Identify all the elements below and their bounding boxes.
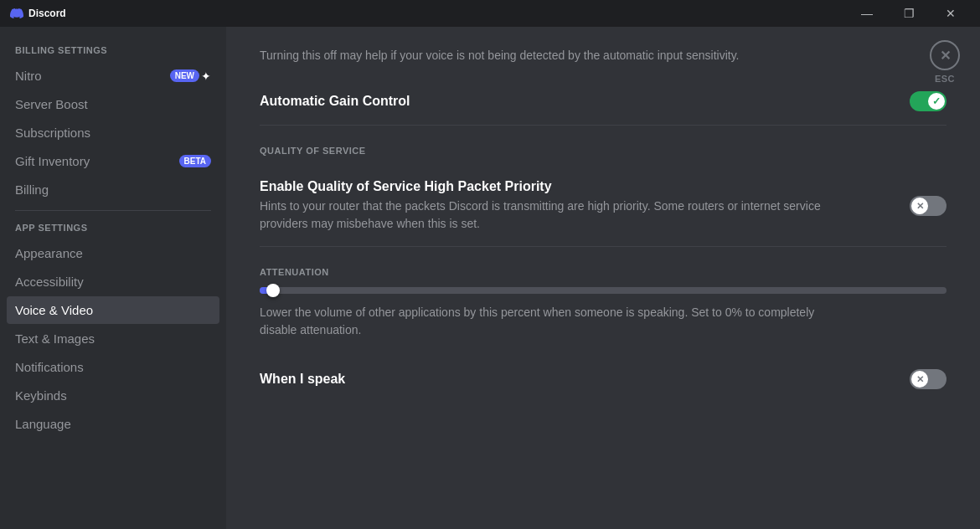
quality-of-service-section-label: QUALITY OF SERVICE — [260, 146, 946, 156]
gift-inventory-beta-badge: BETA — [179, 155, 211, 167]
sidebar-item-nitro[interactable]: Nitro NEW ✦ — [7, 62, 219, 90]
esc-circle-icon: ✕ — [930, 40, 960, 70]
title-bar: Discord — ❐ ✕ — [0, 0, 980, 27]
sidebar-item-language[interactable]: Language — [7, 410, 219, 438]
automatic-gain-control-info: Automatic Gain Control — [260, 94, 410, 109]
sidebar-item-notifications-label: Notifications — [15, 360, 211, 374]
esc-button[interactable]: ✕ ESC — [930, 40, 960, 84]
toggle-off-knob-qos — [911, 198, 928, 214]
main-content: BILLING SETTINGS Nitro NEW ✦ Server Boos… — [0, 27, 980, 529]
sidebar-item-voice-video-label: Voice & Video — [15, 303, 211, 317]
sidebar-item-keybinds[interactable]: Keybinds — [7, 382, 219, 409]
automatic-gain-control-label: Automatic Gain Control — [260, 94, 410, 109]
esc-label: ESC — [935, 74, 955, 84]
when-i-speak-info: When I speak — [260, 372, 345, 387]
quality-of-service-row: Enable Quality of Service High Packet Pr… — [260, 166, 946, 247]
sidebar-item-appearance[interactable]: Appearance — [7, 239, 219, 267]
discord-logo-icon — [10, 7, 23, 20]
close-button[interactable]: ✕ — [931, 0, 970, 27]
app-section-label: APP SETTINGS — [7, 218, 219, 238]
minimize-button[interactable]: — — [848, 0, 886, 27]
intro-text: Turning this off may help if your voice … — [260, 47, 946, 64]
sidebar-item-accessibility[interactable]: Accessibility — [7, 268, 219, 295]
sidebar-item-subscriptions-label: Subscriptions — [15, 126, 211, 140]
attenuation-slider-container — [260, 287, 946, 294]
title-bar-left: Discord — [10, 7, 66, 20]
sidebar-item-billing-label: Billing — [15, 182, 211, 197]
sidebar-item-text-images[interactable]: Text & Images — [7, 325, 219, 352]
sidebar-item-language-label: Language — [15, 417, 211, 431]
window-controls: — ❐ ✕ — [848, 0, 970, 27]
sidebar-divider-1 — [15, 210, 211, 211]
sidebar-item-text-images-label: Text & Images — [15, 331, 211, 346]
attenuation-section-label: ATTENUATION — [260, 267, 946, 277]
sidebar-item-voice-video[interactable]: Voice & Video — [7, 296, 219, 324]
when-i-speak-label: When I speak — [260, 372, 345, 387]
quality-of-service-description: Hints to your router that the packets Di… — [260, 198, 829, 233]
sidebar-item-notifications[interactable]: Notifications — [7, 353, 219, 381]
maximize-button[interactable]: ❐ — [890, 0, 928, 27]
when-i-speak-toggle[interactable] — [910, 369, 946, 389]
attenuation-slider-track[interactable] — [260, 287, 946, 294]
billing-section-label: BILLING SETTINGS — [7, 40, 219, 60]
nitro-badge-wrapper: NEW ✦ — [165, 69, 211, 83]
attenuation-description: Lower the volume of other applications b… — [260, 304, 829, 339]
sidebar-item-accessibility-label: Accessibility — [15, 275, 211, 289]
sidebar-item-keybinds-label: Keybinds — [15, 388, 211, 403]
sidebar-item-subscriptions[interactable]: Subscriptions — [7, 119, 219, 146]
sidebar: BILLING SETTINGS Nitro NEW ✦ Server Boos… — [0, 27, 226, 529]
nitro-new-badge: NEW — [170, 69, 199, 82]
sidebar-item-appearance-label: Appearance — [15, 246, 211, 260]
app-title: Discord — [28, 8, 66, 19]
settings-panel: ✕ ESC Turning this off may help if your … — [226, 27, 980, 529]
attenuation-slider-thumb[interactable] — [266, 284, 280, 297]
toggle-off-knob-speak — [911, 371, 928, 388]
esc-x-icon: ✕ — [940, 48, 951, 64]
sidebar-item-server-boost[interactable]: Server Boost — [7, 90, 219, 118]
sidebar-item-server-boost-label: Server Boost — [15, 97, 211, 111]
automatic-gain-control-toggle[interactable] — [910, 91, 946, 111]
sidebar-item-billing[interactable]: Billing — [7, 176, 219, 203]
sidebar-item-nitro-label: Nitro — [15, 69, 165, 83]
sidebar-item-gift-inventory[interactable]: Gift Inventory BETA — [7, 147, 219, 175]
quality-of-service-info: Enable Quality of Service High Packet Pr… — [260, 179, 829, 233]
quality-of-service-label: Enable Quality of Service High Packet Pr… — [260, 179, 829, 194]
toggle-on-knob — [928, 93, 945, 110]
sparkle-icon: ✦ — [201, 69, 211, 83]
quality-of-service-toggle[interactable] — [910, 196, 946, 216]
sidebar-item-gift-inventory-label: Gift Inventory — [15, 154, 179, 168]
automatic-gain-control-row: Automatic Gain Control — [260, 78, 946, 126]
when-i-speak-row: When I speak — [260, 356, 946, 403]
